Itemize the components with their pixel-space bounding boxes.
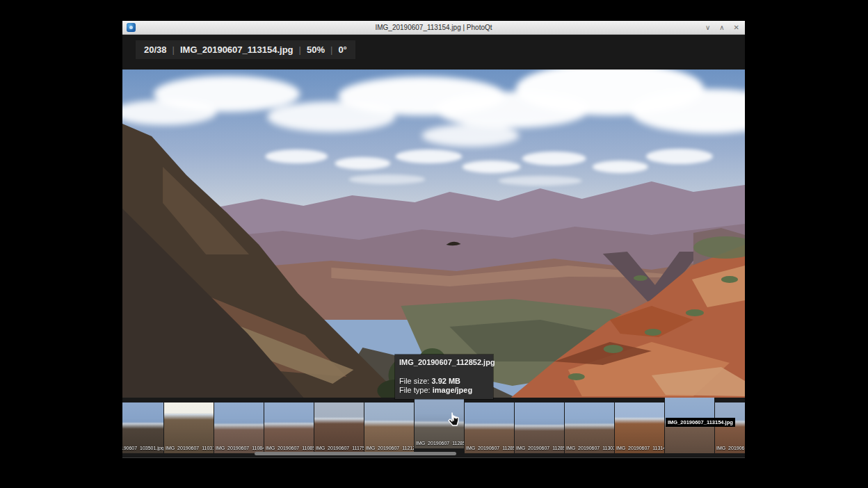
thumbnail-5[interactable]: IMG_20190607_111750.jpg — [314, 402, 364, 453]
thumbnail-8[interactable]: IMG_20190607_112855.jpg — [465, 402, 514, 453]
thumbnail-label: IMG_20190607_112123.jpg — [366, 446, 414, 450]
window-controls: ∨ ∧ ✕ — [705, 21, 739, 34]
maximize-icon[interactable]: ∧ — [719, 21, 724, 34]
thumbnail-1[interactable]: 20190607_103501.jpg — [122, 402, 163, 453]
thumbnail-6[interactable]: IMG_20190607_112123.jpg — [364, 402, 414, 453]
thumbnail-label: IMG_20190607_110847.jpg — [216, 446, 264, 450]
window-title: IMG_20190607_113154.jpg | PhotoQt — [122, 24, 745, 31]
thumbnail-2[interactable]: IMG_20190607_110314.jpg — [164, 402, 214, 453]
thumbnail-label: 20190607_103501.jpg — [122, 446, 163, 450]
image-info-bar[interactable]: 20/38 | IMG_20190607_113154.jpg | 50% | … — [136, 40, 355, 59]
current-filename: IMG_20190607_113154.jpg — [180, 44, 294, 55]
position-counter: 20/38 — [144, 44, 167, 55]
thumbnail-13[interactable]: IMG_201906 — [715, 402, 745, 453]
thumbnail-label: IMG_20190607_112852.jpg — [416, 441, 464, 446]
thumbnail-label: IMG_20190607_112857.jpg — [516, 446, 564, 450]
thumbnail-7[interactable]: IMG_20190607_112852.jpg — [415, 398, 464, 448]
main-image[interactable] — [122, 70, 745, 398]
thumbnail-4[interactable]: IMG_20190607_110857.jpg — [264, 402, 314, 453]
thumbnail-12[interactable]: IMG_20190607_113154.jpg — [665, 398, 714, 453]
close-icon[interactable]: ✕ — [734, 21, 739, 34]
thumbnail-scrollbar-handle[interactable] — [255, 452, 456, 455]
thumbnail-strip[interactable]: 20190607_103501.jpgIMG_20190607_110314.j… — [122, 398, 745, 457]
photoqt-window: IMG_20190607_113154.jpg | PhotoQt ∨ ∧ ✕ … — [122, 21, 745, 458]
thumbnail-label: IMG_20190607_112855.jpg — [466, 446, 514, 450]
thumbnail-label: IMG_20190607_113154.jpg — [666, 418, 735, 427]
thumbnail-9[interactable]: IMG_20190607_112857.jpg — [515, 402, 564, 453]
thumbnail-3[interactable]: IMG_20190607_110847.jpg — [214, 402, 264, 453]
thumbnail-label: IMG_20190607_110314.jpg — [166, 446, 214, 450]
thumbnail-tooltip: IMG_20190607_112852.jpg File size: 3.92 … — [395, 355, 493, 399]
photoqt-app-icon — [127, 23, 136, 32]
tooltip-filename: IMG_20190607_112852.jpg — [399, 358, 489, 367]
tooltip-file-type: File type: image/jpeg — [399, 386, 489, 395]
viewer-content: 20/38 | IMG_20190607_113154.jpg | 50% | … — [122, 35, 745, 457]
separator: | — [172, 44, 175, 55]
titlebar[interactable]: IMG_20190607_113154.jpg | PhotoQt ∨ ∧ ✕ — [122, 21, 745, 35]
grand-canyon-photo — [122, 70, 745, 398]
thumbnail-label: IMG_20190607_111750.jpg — [316, 446, 364, 450]
minimize-icon[interactable]: ∨ — [705, 21, 710, 34]
zoom-level: 50% — [307, 44, 325, 55]
thumbnail-label: IMG_20190607_113032.jpg — [566, 446, 614, 450]
thumbnail-label: IMG_20190607_110857.jpg — [266, 446, 314, 450]
thumbnail-label: IMG_20190607_113140.jpg — [616, 446, 664, 450]
thumbnail-label: IMG_201906 — [716, 446, 745, 450]
tooltip-file-size: File size: 3.92 MB — [399, 377, 489, 386]
thumbnail-11[interactable]: IMG_20190607_113140.jpg — [615, 402, 664, 453]
separator: | — [299, 44, 301, 55]
thumbnail-10[interactable]: IMG_20190607_113032.jpg — [565, 402, 614, 453]
separator: | — [330, 44, 332, 55]
rotation-angle: 0° — [338, 44, 346, 55]
